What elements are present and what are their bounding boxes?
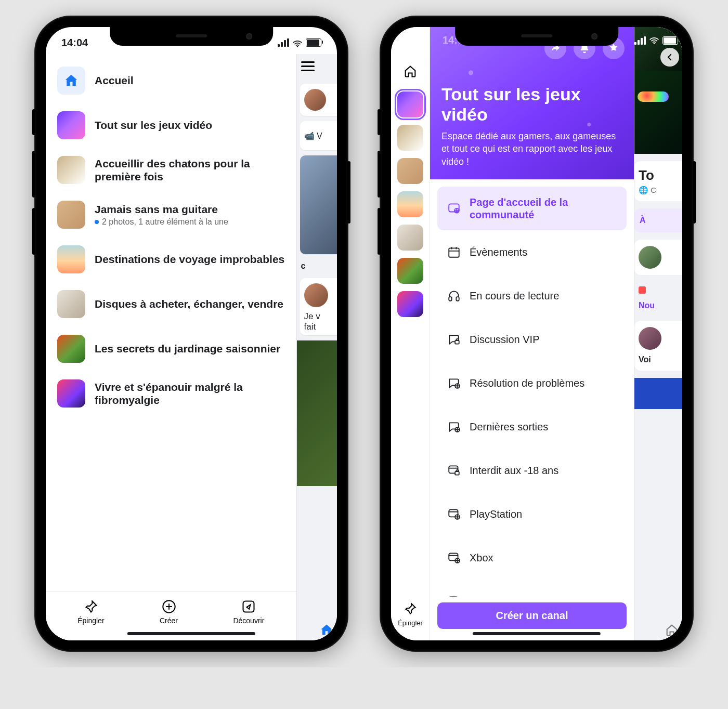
group-label: Les secrets du jardinage saisonnier xyxy=(95,342,280,355)
status-time: 14:04 xyxy=(61,37,88,49)
rail-group[interactable] xyxy=(397,291,423,317)
rail-pin[interactable]: Épingler xyxy=(398,602,423,640)
channel-item[interactable]: Évènements xyxy=(437,230,627,274)
sidebar-group[interactable]: Disques à acheter, échanger, vendre xyxy=(46,282,296,326)
svg-rect-5 xyxy=(449,297,451,301)
wifi-icon xyxy=(292,38,303,47)
tab-pin[interactable]: Épingler xyxy=(77,599,104,625)
channel-label: Dernières sorties xyxy=(470,421,548,433)
channel-label: PC xyxy=(470,595,484,597)
create-channel-button[interactable]: Créer un canal xyxy=(437,602,627,629)
home-indicator[interactable] xyxy=(473,632,601,635)
rail-group[interactable] xyxy=(397,91,423,117)
rail-home[interactable] xyxy=(397,58,423,84)
battery-icon xyxy=(662,36,678,45)
rail-group[interactable] xyxy=(397,225,423,251)
group-thumb xyxy=(57,379,85,408)
svg-rect-16 xyxy=(449,597,458,597)
channel-label: Xbox xyxy=(470,552,493,564)
sidebar-group[interactable]: Tout sur les jeux vidéo xyxy=(46,103,296,148)
channel-item[interactable]: PlayStation xyxy=(437,492,627,536)
feed-peek[interactable]: To 🌐 C À Nou Voi xyxy=(634,27,682,640)
channel-panel: 14:04 Tout sur les jeux vidéo Espace déd… xyxy=(430,27,634,640)
rail-group[interactable] xyxy=(397,125,423,151)
home-indicator[interactable] xyxy=(127,632,255,635)
sidebar-group[interactable]: Accueillir des chatons pour la première … xyxy=(46,148,296,192)
calendar-icon xyxy=(447,245,461,259)
group-thumb xyxy=(57,201,85,229)
channel-item[interactable]: En cours de lecture xyxy=(437,274,627,318)
avatar xyxy=(304,283,328,307)
channel-item[interactable]: Discussion VIP xyxy=(437,318,627,361)
channel-label: En cours de lecture xyxy=(470,290,559,302)
svg-rect-4 xyxy=(449,248,459,257)
channel-item[interactable]: Page d'accueil de la communauté xyxy=(437,187,627,230)
chat-lock-icon xyxy=(447,332,461,347)
unread-dot-icon xyxy=(95,220,99,224)
group-label: Disques à acheter, échanger, vendre xyxy=(95,297,283,310)
channel-item[interactable]: Interdit aux -18 ans xyxy=(437,449,627,492)
home-icon xyxy=(57,67,85,95)
screen: 14:04 Accueil Tou xyxy=(46,27,337,640)
community-header: 14:04 Tout sur les jeux vidéo Espace déd… xyxy=(430,27,634,179)
phone-mockup-left: 14:04 Accueil Tou xyxy=(34,16,348,652)
camera-icon: 📹 V xyxy=(304,131,322,141)
plus-circle-icon xyxy=(161,599,177,614)
group-thumb xyxy=(57,335,85,363)
rail-group[interactable] xyxy=(397,191,423,217)
groups-drawer: Accueil Tout sur les jeux vidéoAccueilli… xyxy=(46,54,297,640)
home-icon xyxy=(319,623,334,637)
menu-icon[interactable] xyxy=(297,54,337,78)
channel-label: PlayStation xyxy=(470,508,522,520)
home-icon xyxy=(665,623,679,637)
channel-item[interactable]: Résolution de problèmes xyxy=(437,361,627,405)
group-thumb xyxy=(57,111,85,139)
rail-group[interactable] xyxy=(397,158,423,184)
pin-icon xyxy=(404,602,417,617)
sidebar-group[interactable]: Les secrets du jardinage saisonnier xyxy=(46,326,296,371)
channel-label: Évènements xyxy=(470,246,527,258)
chat-globe-icon xyxy=(447,419,461,434)
channel-item[interactable]: Dernières sorties xyxy=(437,405,627,449)
avatar xyxy=(639,246,661,269)
channel-label: Résolution de problèmes xyxy=(470,377,584,389)
svg-rect-11 xyxy=(455,471,459,475)
wifi-icon xyxy=(649,36,659,45)
chat-globe-icon xyxy=(447,376,461,390)
channel-item[interactable]: Xbox xyxy=(437,536,627,580)
battery-icon xyxy=(306,38,321,47)
signal-icon xyxy=(278,38,289,47)
feed-peek[interactable]: 📹 V c Je v fait xyxy=(297,54,337,640)
tab-discover[interactable]: Découvrir xyxy=(233,599,264,625)
sidebar-group[interactable]: Destinations de voyage improbables xyxy=(46,237,296,282)
group-subtitle: 2 photos, 1 autre élément à la une xyxy=(95,217,228,227)
screen: Épingler 14:04 Tout sur les jeux vidéo xyxy=(391,27,682,640)
sidebar-group[interactable]: Jamais sans ma guitare2 photos, 1 autre … xyxy=(46,192,296,237)
community-subtitle: Espace dédié aux gamers, aux gameuses et… xyxy=(441,130,622,168)
sidebar-group[interactable]: Vivre et s'épanouir malgré la fibromyalg… xyxy=(46,371,296,416)
card-globe-icon xyxy=(447,550,461,565)
rail-group[interactable] xyxy=(397,258,423,284)
group-label: Destinations de voyage improbables xyxy=(95,253,284,266)
channel-item[interactable]: PC xyxy=(437,580,627,597)
channel-label: Page d'accueil de la communauté xyxy=(470,196,617,221)
group-label: Accueillir des chatons pour la première … xyxy=(95,157,285,183)
group-thumb xyxy=(57,245,85,273)
device-notch xyxy=(110,27,273,46)
group-rail: Épingler xyxy=(391,27,430,640)
pin-icon xyxy=(83,599,99,614)
rainbow-deco xyxy=(638,91,669,102)
svg-rect-7 xyxy=(455,340,459,344)
group-label: Jamais sans ma guitare xyxy=(95,203,228,216)
phone-mockup-right: Épingler 14:04 Tout sur les jeux vidéo xyxy=(380,16,694,652)
sidebar-home-label: Accueil xyxy=(95,74,134,87)
post-image xyxy=(297,340,337,486)
group-label: Tout sur les jeux vidéo xyxy=(95,119,212,132)
back-button[interactable] xyxy=(660,48,679,67)
device-notch xyxy=(455,27,618,46)
tab-create[interactable]: Créer xyxy=(160,599,178,625)
signal-icon xyxy=(634,36,646,45)
avatar xyxy=(304,89,326,111)
globe-card-icon xyxy=(447,201,461,216)
sidebar-home[interactable]: Accueil xyxy=(46,58,296,103)
